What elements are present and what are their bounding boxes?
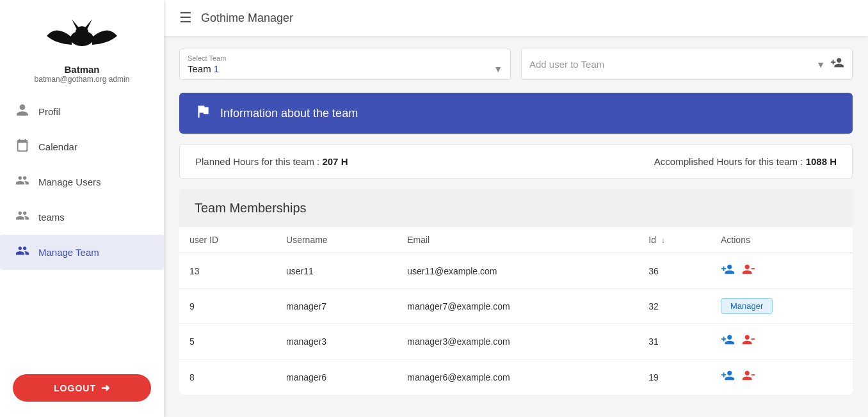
app-logo: [44, 12, 120, 59]
cell-user-id: 13: [179, 253, 276, 289]
sidebar-item-teams[interactable]: teams: [0, 200, 164, 235]
table-row: 8manager6manager6@example.com19: [179, 359, 853, 395]
flag-icon: [195, 103, 211, 123]
table-header-row: user ID Username Email Id ↓ Actions: [179, 227, 853, 253]
team-value-prefix: Team: [188, 63, 214, 74]
col-actions: Actions: [711, 227, 853, 253]
sidebar-item-profil-label: Profil: [38, 106, 60, 117]
cell-actions: [711, 324, 853, 359]
cell-username: user11: [276, 253, 397, 289]
col-id: Id ↓: [638, 227, 711, 253]
cell-user-id: 5: [179, 324, 276, 359]
username-label: Batman: [64, 64, 99, 75]
cell-username: manager3: [276, 324, 397, 359]
logout-icon: ➜: [101, 382, 110, 394]
action-icons: [721, 262, 842, 279]
planned-hours: Planned Hours for this team : 207 H: [195, 156, 348, 167]
promote-action-button[interactable]: [721, 368, 735, 386]
cell-id: 36: [638, 253, 711, 289]
memberships-table: user ID Username Email Id ↓ Actions 13us…: [179, 227, 853, 395]
cell-id: 32: [638, 289, 711, 324]
sidebar-item-manage-team-label: Manage Team: [38, 247, 99, 258]
cell-email: manager3@example.com: [397, 324, 638, 359]
hamburger-icon[interactable]: ☰: [179, 10, 192, 26]
sidebar: Batman batman@gotham.org admin Profil Ca…: [0, 0, 164, 417]
add-person-icon: [830, 56, 844, 73]
sidebar-item-calendar-label: Calendar: [38, 141, 77, 152]
chevron-down-icon-2: ▼: [816, 59, 825, 70]
table-row: 5manager3manager3@example.com31: [179, 324, 853, 359]
sidebar-item-manage-team[interactable]: Manage Team: [0, 235, 164, 270]
select-team-label: Select Team: [188, 54, 502, 62]
user-email-label: batman@gotham.org admin: [35, 75, 130, 84]
accomplished-label: Accomplished Hours for this team :: [654, 156, 803, 167]
topbar: ☰ Gothime Manager: [164, 0, 868, 36]
manager-badge[interactable]: Manager: [721, 298, 773, 314]
memberships-title: Team Memberships: [179, 189, 853, 227]
action-icons: [721, 368, 842, 386]
select-row: Select Team Team 1 ▼ Add user to Team ▼: [179, 49, 853, 80]
cell-user-id: 9: [179, 289, 276, 324]
add-user-dropdown[interactable]: Add user to Team ▼: [521, 49, 853, 80]
remove-action-button[interactable]: [741, 262, 755, 279]
sidebar-item-manage-users-label: Manage Users: [38, 177, 101, 187]
chevron-down-icon: ▼: [494, 64, 502, 74]
cell-actions: Manager: [711, 289, 853, 324]
person-icon: [15, 103, 29, 120]
remove-action-button[interactable]: [741, 333, 755, 350]
add-user-placeholder: Add user to Team: [529, 59, 604, 70]
col-email: Email: [397, 227, 638, 253]
manage-team-icon: [15, 244, 29, 261]
svg-marker-2: [72, 19, 79, 29]
stats-row: Planned Hours for this team : 207 H Acco…: [179, 144, 853, 179]
calendar-icon: [15, 138, 29, 155]
planned-label: Planned Hours for this team :: [195, 156, 319, 167]
team-value-highlight: 1: [214, 63, 219, 74]
teams-icon: [15, 208, 29, 226]
cell-id: 31: [638, 324, 711, 359]
logout-label: LOGOUT: [54, 383, 96, 393]
cell-user-id: 8: [179, 359, 276, 395]
sidebar-item-profil[interactable]: Profil: [0, 94, 164, 129]
content-area: Select Team Team 1 ▼ Add user to Team ▼: [164, 36, 868, 417]
sidebar-item-calendar[interactable]: Calendar: [0, 129, 164, 164]
accomplished-value: 1088 H: [806, 156, 837, 167]
promote-action-button[interactable]: [721, 333, 735, 350]
manage-users-icon: [15, 173, 29, 191]
col-user-id: user ID: [179, 227, 276, 253]
sidebar-item-manage-users[interactable]: Manage Users: [0, 164, 164, 200]
promote-action-button[interactable]: [721, 262, 735, 279]
sidebar-navigation: Profil Calendar Manage Users teams Manag…: [0, 94, 164, 270]
cell-actions: [711, 359, 853, 395]
svg-marker-3: [85, 19, 92, 29]
table-row: 9manager7manager7@example.com32Manager: [179, 289, 853, 324]
cell-email: user11@example.com: [397, 253, 638, 289]
cell-actions: [711, 253, 853, 289]
main-content: ☰ Gothime Manager Select Team Team 1 ▼ A…: [164, 0, 868, 417]
col-username: Username: [276, 227, 397, 253]
memberships-section: Team Memberships user ID Username Email …: [179, 189, 853, 395]
cell-username: manager6: [276, 359, 397, 395]
accomplished-hours: Accomplished Hours for this team : 1088 …: [654, 156, 837, 167]
select-team-dropdown[interactable]: Select Team Team 1 ▼: [179, 49, 511, 80]
cell-id: 19: [638, 359, 711, 395]
info-banner: Information about the team: [179, 93, 853, 134]
table-row: 13user11user11@example.com36: [179, 253, 853, 289]
select-team-value: Team 1 ▼: [188, 63, 502, 74]
sidebar-item-teams-label: teams: [38, 212, 65, 223]
page-title: Gothime Manager: [201, 12, 293, 25]
add-user-icons: ▼: [816, 56, 844, 73]
cell-email: manager6@example.com: [397, 359, 638, 395]
planned-value: 207 H: [322, 156, 348, 167]
sort-icon: ↓: [661, 236, 665, 245]
info-banner-text: Information about the team: [220, 107, 358, 120]
action-icons: [721, 333, 842, 350]
logout-button[interactable]: LOGOUT ➜: [13, 374, 151, 402]
cell-email: manager7@example.com: [397, 289, 638, 324]
cell-username: manager7: [276, 289, 397, 324]
remove-action-button[interactable]: [741, 368, 755, 386]
